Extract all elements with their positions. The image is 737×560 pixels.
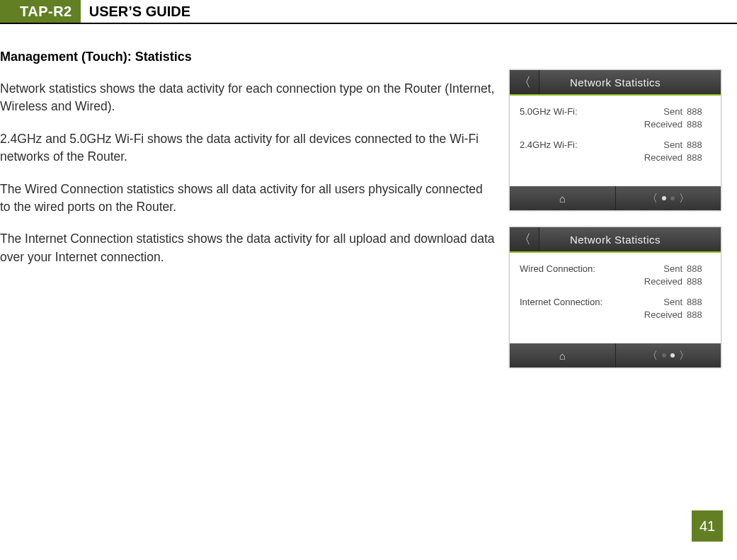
stat-recv-label: Received <box>637 275 687 288</box>
section-heading: Management (Touch): Statistics <box>0 50 495 64</box>
back-button[interactable]: 〈 <box>510 70 539 94</box>
stat-wired-recv: 888 <box>687 275 711 288</box>
stat-name-internet: Internet Connection: <box>520 296 637 309</box>
chevron-right-icon: 〉 <box>679 192 690 205</box>
device2-bottombar: ⌂ 〈 〉 <box>510 343 721 367</box>
stat-spacer <box>520 118 637 131</box>
device2-titlebar: 〈 Network Statistics <box>510 227 721 253</box>
stat-wired-sent: 888 <box>687 263 711 275</box>
paragraph-1: Network statistics shows the data activi… <box>0 80 495 116</box>
device-screenshot-1: 〈 Network Statistics 5.0GHz Wi-Fi: Sent … <box>509 69 721 211</box>
stat-5ghz-sent: 888 <box>687 105 711 118</box>
header-title: USER’S GUIDE <box>81 0 199 23</box>
pager-1[interactable]: 〈 〉 <box>616 192 721 205</box>
stat-name-24ghz: 2.4GHz Wi-Fi: <box>520 139 637 152</box>
stat-internet-recv: 888 <box>687 309 711 321</box>
stat-sent-label: Sent <box>637 263 687 275</box>
home-icon: ⌂ <box>559 193 566 205</box>
page-number: 41 <box>692 510 723 542</box>
home-button[interactable]: ⌂ <box>510 343 616 367</box>
chevron-right-icon: 〉 <box>679 349 690 362</box>
device1-titlebar: 〈 Network Statistics <box>510 70 721 96</box>
stat-sent-label: Sent <box>637 296 687 309</box>
stat-spacer <box>520 309 637 321</box>
header-accent <box>0 0 14 23</box>
device2-body: Wired Connection: Sent 888 Received 888 … <box>510 253 721 343</box>
screenshots-column: 〈 Network Statistics 5.0GHz Wi-Fi: Sent … <box>509 50 724 368</box>
content-area: Management (Touch): Statistics Network s… <box>0 24 737 368</box>
home-button[interactable]: ⌂ <box>510 186 616 210</box>
paragraph-2: 2.4GHz and 5.0GHz Wi-Fi shows the data a… <box>0 130 495 166</box>
stat-block-24ghz: 2.4GHz Wi-Fi: Sent 888 Received 888 <box>520 139 711 164</box>
stat-5ghz-recv: 888 <box>687 118 711 131</box>
stat-block-wired: Wired Connection: Sent 888 Received 888 <box>520 263 711 287</box>
home-icon: ⌂ <box>559 350 566 362</box>
page-dot-2 <box>670 196 675 200</box>
back-button[interactable]: 〈 <box>510 227 539 251</box>
device1-body: 5.0GHz Wi-Fi: Sent 888 Received 888 2.4G… <box>510 96 721 186</box>
stat-internet-sent: 888 <box>687 296 711 309</box>
stat-sent-label: Sent <box>637 139 687 152</box>
stat-recv-label: Received <box>637 152 687 164</box>
page-dot-1 <box>662 353 666 358</box>
chevron-left-icon: 〈 <box>518 74 531 91</box>
stat-block-internet: Internet Connection: Sent 888 Received 8… <box>520 296 711 321</box>
doc-header: TAP-R2 USER’S GUIDE <box>0 0 737 24</box>
page-dot-1 <box>662 196 666 200</box>
stat-24ghz-recv: 888 <box>687 152 711 164</box>
stat-block-5ghz: 5.0GHz Wi-Fi: Sent 888 Received 888 <box>520 105 711 130</box>
chevron-left-icon: 〈 <box>518 231 531 248</box>
device1-title: Network Statistics <box>539 76 721 88</box>
stat-name-wired: Wired Connection: <box>520 263 637 275</box>
paragraph-3: The Wired Connection statistics shows al… <box>0 181 495 217</box>
stat-spacer <box>520 275 637 288</box>
stat-sent-label: Sent <box>637 105 687 118</box>
text-column: Management (Touch): Statistics Network s… <box>0 50 509 368</box>
pager-2[interactable]: 〈 〉 <box>616 349 721 362</box>
chevron-left-icon: 〈 <box>647 349 658 362</box>
device1-bottombar: ⌂ 〈 〉 <box>510 186 721 210</box>
page-dot-2 <box>670 353 675 358</box>
header-model: TAP-R2 <box>14 0 81 23</box>
paragraph-4: The Internet Connection statistics shows… <box>0 230 495 266</box>
stat-spacer <box>520 152 637 164</box>
device2-title: Network Statistics <box>539 234 721 246</box>
stat-24ghz-sent: 888 <box>687 139 711 152</box>
stat-recv-label: Received <box>637 118 687 131</box>
device-screenshot-2: 〈 Network Statistics Wired Connection: S… <box>509 227 721 368</box>
chevron-left-icon: 〈 <box>647 192 658 205</box>
stat-name-5ghz: 5.0GHz Wi-Fi: <box>520 105 637 118</box>
stat-recv-label: Received <box>637 309 687 321</box>
